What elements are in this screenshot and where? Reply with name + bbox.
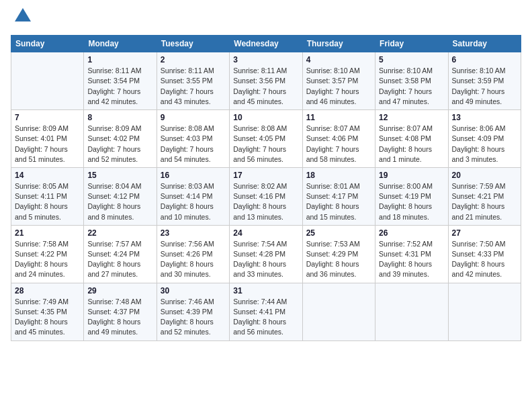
day-info: Sunrise: 7:56 AM Sunset: 4:26 PM Dayligh…: [161, 239, 226, 280]
calendar-week-2: 14Sunrise: 8:05 AM Sunset: 4:11 PM Dayli…: [11, 167, 521, 225]
day-number: 5: [379, 55, 444, 64]
day-number: 3: [233, 55, 298, 64]
day-number: 12: [379, 113, 444, 122]
calendar-cell: 9Sunrise: 8:08 AM Sunset: 4:03 PM Daylig…: [157, 110, 229, 168]
day-header-wednesday: Wednesday: [230, 36, 302, 52]
day-number: 28: [15, 286, 80, 295]
day-info: Sunrise: 7:59 AM Sunset: 4:21 PM Dayligh…: [452, 181, 517, 222]
calendar-cell: 30Sunrise: 7:46 AM Sunset: 4:39 PM Dayli…: [157, 283, 229, 340]
day-number: 20: [452, 171, 517, 180]
calendar-week-3: 21Sunrise: 7:58 AM Sunset: 4:22 PM Dayli…: [11, 225, 521, 283]
day-info: Sunrise: 8:09 AM Sunset: 4:01 PM Dayligh…: [15, 124, 80, 165]
day-header-tuesday: Tuesday: [157, 36, 229, 52]
day-info: Sunrise: 8:06 AM Sunset: 4:09 PM Dayligh…: [452, 124, 517, 165]
day-number: 29: [87, 286, 152, 295]
day-info: Sunrise: 8:01 AM Sunset: 4:17 PM Dayligh…: [306, 181, 371, 222]
svg-marker-0: [15, 8, 31, 21]
calendar-cell: [302, 283, 375, 340]
calendar-week-4: 28Sunrise: 7:49 AM Sunset: 4:35 PM Dayli…: [11, 283, 521, 340]
day-header-monday: Monday: [84, 36, 157, 52]
day-number: 19: [379, 171, 444, 180]
calendar-table: SundayMondayTuesdayWednesdayThursdayFrid…: [11, 35, 521, 340]
day-info: Sunrise: 8:07 AM Sunset: 4:08 PM Dayligh…: [379, 124, 444, 165]
day-number: 26: [379, 228, 444, 238]
day-number: 8: [87, 113, 152, 122]
calendar-cell: 18Sunrise: 8:01 AM Sunset: 4:17 PM Dayli…: [302, 167, 375, 225]
day-number: 30: [161, 286, 226, 295]
day-header-saturday: Saturday: [448, 36, 521, 52]
day-number: 23: [161, 228, 226, 238]
day-info: Sunrise: 7:57 AM Sunset: 4:24 PM Dayligh…: [87, 239, 152, 280]
calendar-cell: 14Sunrise: 8:05 AM Sunset: 4:11 PM Dayli…: [11, 167, 84, 225]
day-header-sunday: Sunday: [11, 36, 84, 52]
calendar-cell: 5Sunrise: 8:10 AM Sunset: 3:58 PM Daylig…: [375, 52, 448, 110]
day-info: Sunrise: 8:07 AM Sunset: 4:06 PM Dayligh…: [306, 124, 371, 165]
day-number: 18: [306, 171, 371, 180]
day-number: 1: [87, 55, 152, 64]
calendar-cell: 6Sunrise: 8:10 AM Sunset: 3:59 PM Daylig…: [448, 52, 521, 110]
day-info: Sunrise: 8:03 AM Sunset: 4:14 PM Dayligh…: [161, 181, 226, 222]
day-info: Sunrise: 7:58 AM Sunset: 4:22 PM Dayligh…: [15, 239, 80, 280]
day-number: 21: [15, 228, 80, 238]
day-number: 13: [452, 113, 517, 122]
calendar-cell: 29Sunrise: 7:48 AM Sunset: 4:37 PM Dayli…: [84, 283, 157, 340]
day-info: Sunrise: 8:11 AM Sunset: 3:55 PM Dayligh…: [161, 66, 226, 107]
day-info: Sunrise: 8:10 AM Sunset: 3:59 PM Dayligh…: [452, 66, 517, 107]
day-info: Sunrise: 7:44 AM Sunset: 4:41 PM Dayligh…: [233, 297, 298, 338]
day-number: 27: [452, 228, 517, 238]
calendar-cell: 3Sunrise: 8:11 AM Sunset: 3:56 PM Daylig…: [230, 52, 302, 110]
calendar-cell: 27Sunrise: 7:50 AM Sunset: 4:33 PM Dayli…: [448, 225, 521, 283]
day-info: Sunrise: 7:50 AM Sunset: 4:33 PM Dayligh…: [452, 239, 517, 280]
calendar-cell: 4Sunrise: 8:10 AM Sunset: 3:57 PM Daylig…: [302, 52, 375, 110]
calendar-cell: 10Sunrise: 8:08 AM Sunset: 4:05 PM Dayli…: [230, 110, 302, 168]
day-info: Sunrise: 8:10 AM Sunset: 3:58 PM Dayligh…: [379, 66, 444, 107]
day-info: Sunrise: 8:00 AM Sunset: 4:19 PM Dayligh…: [379, 181, 444, 222]
calendar-cell: 16Sunrise: 8:03 AM Sunset: 4:14 PM Dayli…: [157, 167, 229, 225]
calendar-cell: 15Sunrise: 8:04 AM Sunset: 4:12 PM Dayli…: [84, 167, 157, 225]
calendar-cell: 31Sunrise: 7:44 AM Sunset: 4:41 PM Dayli…: [230, 283, 302, 340]
logo: [11, 11, 32, 27]
day-number: 16: [161, 171, 226, 180]
calendar-cell: 17Sunrise: 8:02 AM Sunset: 4:16 PM Dayli…: [230, 167, 302, 225]
day-info: Sunrise: 7:48 AM Sunset: 4:37 PM Dayligh…: [87, 297, 152, 338]
day-number: 22: [87, 228, 152, 238]
calendar-cell: 12Sunrise: 8:07 AM Sunset: 4:08 PM Dayli…: [375, 110, 448, 168]
day-info: Sunrise: 8:08 AM Sunset: 4:03 PM Dayligh…: [161, 124, 226, 165]
day-info: Sunrise: 8:02 AM Sunset: 4:16 PM Dayligh…: [233, 181, 298, 222]
calendar-cell: [448, 283, 521, 340]
calendar-cell: 24Sunrise: 7:54 AM Sunset: 4:28 PM Dayli…: [230, 225, 302, 283]
calendar-cell: 11Sunrise: 8:07 AM Sunset: 4:06 PM Dayli…: [302, 110, 375, 168]
day-info: Sunrise: 7:52 AM Sunset: 4:31 PM Dayligh…: [379, 239, 444, 280]
day-info: Sunrise: 8:11 AM Sunset: 3:56 PM Dayligh…: [233, 66, 298, 107]
calendar-cell: 7Sunrise: 8:09 AM Sunset: 4:01 PM Daylig…: [11, 110, 84, 168]
day-number: 10: [233, 113, 298, 122]
calendar-cell: 26Sunrise: 7:52 AM Sunset: 4:31 PM Dayli…: [375, 225, 448, 283]
day-number: 17: [233, 171, 298, 180]
day-number: 14: [15, 171, 80, 180]
day-number: 2: [161, 55, 226, 64]
calendar-cell: 23Sunrise: 7:56 AM Sunset: 4:26 PM Dayli…: [157, 225, 229, 283]
day-number: 11: [306, 113, 371, 122]
day-info: Sunrise: 7:54 AM Sunset: 4:28 PM Dayligh…: [233, 239, 298, 280]
day-number: 25: [306, 228, 371, 238]
calendar-cell: 1Sunrise: 8:11 AM Sunset: 3:54 PM Daylig…: [84, 52, 157, 110]
calendar-cell: 19Sunrise: 8:00 AM Sunset: 4:19 PM Dayli…: [375, 167, 448, 225]
day-info: Sunrise: 8:10 AM Sunset: 3:57 PM Dayligh…: [306, 66, 371, 107]
calendar-cell: 21Sunrise: 7:58 AM Sunset: 4:22 PM Dayli…: [11, 225, 84, 283]
day-header-friday: Friday: [375, 36, 448, 52]
day-number: 31: [233, 286, 298, 295]
calendar-cell: 28Sunrise: 7:49 AM Sunset: 4:35 PM Dayli…: [11, 283, 84, 340]
day-info: Sunrise: 7:53 AM Sunset: 4:29 PM Dayligh…: [306, 239, 371, 280]
day-info: Sunrise: 7:46 AM Sunset: 4:39 PM Dayligh…: [161, 297, 226, 338]
day-info: Sunrise: 8:09 AM Sunset: 4:02 PM Dayligh…: [87, 124, 152, 165]
calendar-cell: 20Sunrise: 7:59 AM Sunset: 4:21 PM Dayli…: [448, 167, 521, 225]
day-info: Sunrise: 7:49 AM Sunset: 4:35 PM Dayligh…: [15, 297, 80, 338]
calendar-week-1: 7Sunrise: 8:09 AM Sunset: 4:01 PM Daylig…: [11, 110, 521, 168]
calendar-cell: [375, 283, 448, 340]
day-number: 15: [87, 171, 152, 180]
day-number: 6: [452, 55, 517, 64]
calendar-header: SundayMondayTuesdayWednesdayThursdayFrid…: [11, 36, 521, 52]
logo-icon: [13, 7, 32, 26]
calendar-cell: 2Sunrise: 8:11 AM Sunset: 3:55 PM Daylig…: [157, 52, 229, 110]
day-info: Sunrise: 8:04 AM Sunset: 4:12 PM Dayligh…: [87, 181, 152, 222]
